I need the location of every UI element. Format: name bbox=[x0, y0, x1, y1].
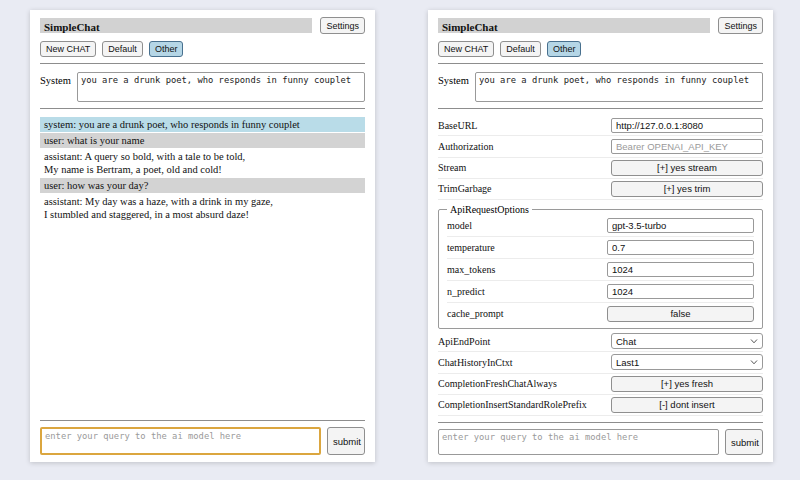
submit-button[interactable]: submit bbox=[327, 427, 365, 455]
empty-space bbox=[40, 223, 365, 414]
system-prompt-row: System you are a drunk poet, who respond… bbox=[40, 72, 365, 102]
system-label: System bbox=[438, 72, 469, 86]
setting-row-cache-prompt: cache_prompt false bbox=[447, 303, 754, 324]
setting-row-temperature: temperature bbox=[447, 237, 754, 259]
divider bbox=[438, 108, 763, 109]
session-button-other[interactable]: Other bbox=[149, 41, 184, 57]
model-input[interactable] bbox=[607, 218, 754, 233]
divider bbox=[438, 63, 763, 64]
chevron-down-icon bbox=[750, 339, 758, 344]
session-buttons: New CHAT Default Other bbox=[438, 41, 763, 57]
chat-message-assistant: assistant: A query so bold, with a tale … bbox=[40, 149, 365, 177]
session-button-default[interactable]: Default bbox=[500, 41, 541, 57]
app-title-bar: SimpleChat bbox=[438, 18, 710, 33]
n-predict-input[interactable] bbox=[607, 284, 754, 299]
max-tokens-input[interactable] bbox=[607, 262, 754, 277]
setting-row-authorization: Authorization bbox=[438, 136, 763, 157]
setting-row-baseurl: BaseURL bbox=[438, 115, 763, 136]
query-bar: submit bbox=[40, 427, 365, 455]
stream-label: Stream bbox=[438, 162, 611, 173]
n-predict-label: n_predict bbox=[447, 286, 607, 297]
max-tokens-label: max_tokens bbox=[447, 264, 607, 275]
setting-row-completion-insert: CompletionInsertStandardRolePrefix [-] d… bbox=[438, 395, 763, 416]
api-endpoint-value: Chat bbox=[616, 336, 636, 347]
cache-prompt-toggle-button[interactable]: false bbox=[607, 306, 754, 322]
setting-row-n-predict: n_predict bbox=[447, 281, 754, 303]
divider bbox=[40, 63, 365, 64]
chat-message-user: user: what is your name bbox=[40, 133, 365, 148]
api-request-options-legend: ApiRequestOptions bbox=[447, 204, 532, 215]
temperature-label: temperature bbox=[447, 242, 607, 253]
setting-row-stream: Stream [+] yes stream bbox=[438, 158, 763, 179]
stream-toggle-button[interactable]: [+] yes stream bbox=[611, 160, 763, 176]
system-label: System bbox=[40, 72, 71, 86]
authorization-input[interactable] bbox=[611, 139, 763, 154]
authorization-label: Authorization bbox=[438, 141, 611, 152]
chat-log: system: you are a drunk poet, who respon… bbox=[40, 117, 365, 223]
app-title: SimpleChat bbox=[442, 21, 498, 33]
completion-insert-toggle-button[interactable]: [-] dont insert bbox=[611, 397, 763, 413]
trimgarbage-toggle-button[interactable]: [+] yes trim bbox=[611, 181, 763, 197]
system-prompt-textarea[interactable]: you are a drunk poet, who responds in fu… bbox=[77, 72, 365, 102]
new-chat-button[interactable]: New CHAT bbox=[438, 41, 494, 57]
chevron-down-icon bbox=[750, 360, 758, 365]
new-chat-button[interactable]: New CHAT bbox=[40, 41, 96, 57]
settings-panel: SimpleChat Settings New CHAT Default Oth… bbox=[428, 10, 773, 462]
baseurl-input[interactable] bbox=[611, 118, 763, 133]
setting-row-trimgarbage: TrimGarbage [+] yes trim bbox=[438, 179, 763, 200]
app-title: SimpleChat bbox=[44, 21, 100, 33]
submit-button[interactable]: submit bbox=[725, 429, 763, 455]
query-input[interactable] bbox=[438, 429, 719, 455]
header: SimpleChat Settings bbox=[40, 17, 365, 34]
session-button-other[interactable]: Other bbox=[547, 41, 582, 57]
query-bar: submit bbox=[438, 429, 763, 455]
app-title-bar: SimpleChat bbox=[40, 18, 312, 33]
divider bbox=[438, 422, 763, 423]
settings-button[interactable]: Settings bbox=[320, 17, 365, 34]
api-endpoint-select[interactable]: Chat bbox=[611, 333, 763, 349]
system-prompt-row: System you are a drunk poet, who respond… bbox=[438, 72, 763, 102]
completion-fresh-toggle-button[interactable]: [+] yes fresh bbox=[611, 376, 763, 392]
chat-message-system: system: you are a drunk poet, who respon… bbox=[40, 117, 365, 132]
setting-row-completion-fresh: CompletionFreshChatAlways [+] yes fresh bbox=[438, 374, 763, 395]
settings-button[interactable]: Settings bbox=[718, 17, 763, 34]
chat-history-select[interactable]: Last1 bbox=[611, 354, 763, 370]
temperature-input[interactable] bbox=[607, 240, 754, 255]
setting-row-chat-history: ChatHistoryInCtxt Last1 bbox=[438, 352, 763, 373]
completion-insert-label: CompletionInsertStandardRolePrefix bbox=[438, 399, 611, 410]
chat-history-value: Last1 bbox=[616, 357, 639, 368]
chat-message-assistant: assistant: My day was a haze, with a dri… bbox=[40, 194, 365, 222]
chat-message-user: user: how was your day? bbox=[40, 178, 365, 193]
api-request-options-fieldset: ApiRequestOptions model temperature max_… bbox=[438, 204, 763, 329]
model-label: model bbox=[447, 220, 607, 231]
chat-panel: SimpleChat Settings New CHAT Default Oth… bbox=[30, 10, 375, 462]
system-prompt-textarea[interactable]: you are a drunk poet, who responds in fu… bbox=[475, 72, 763, 102]
trimgarbage-label: TrimGarbage bbox=[438, 183, 611, 194]
session-buttons: New CHAT Default Other bbox=[40, 41, 365, 57]
divider bbox=[40, 420, 365, 421]
completion-fresh-label: CompletionFreshChatAlways bbox=[438, 378, 611, 389]
api-endpoint-label: ApiEndPoint bbox=[438, 336, 611, 347]
divider bbox=[40, 108, 365, 109]
session-button-default[interactable]: Default bbox=[102, 41, 143, 57]
chat-history-label: ChatHistoryInCtxt bbox=[438, 357, 611, 368]
setting-row-max-tokens: max_tokens bbox=[447, 259, 754, 281]
baseurl-label: BaseURL bbox=[438, 120, 611, 131]
header: SimpleChat Settings bbox=[438, 17, 763, 34]
setting-row-api-endpoint: ApiEndPoint Chat bbox=[438, 331, 763, 352]
cache-prompt-label: cache_prompt bbox=[447, 308, 607, 319]
query-input[interactable] bbox=[40, 427, 321, 455]
setting-row-model: model bbox=[447, 215, 754, 237]
